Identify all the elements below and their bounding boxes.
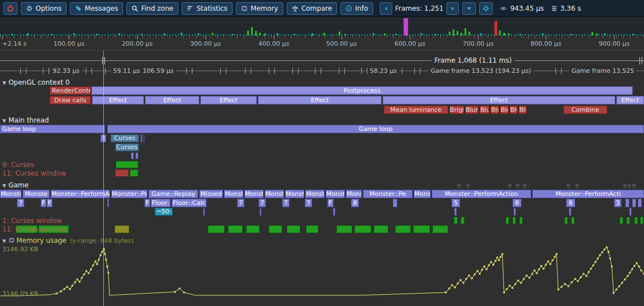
zone-bar[interactable] bbox=[632, 199, 636, 207]
collapse-triangle-icon[interactable]: ▼ bbox=[2, 183, 6, 189]
zone-bar[interactable] bbox=[413, 225, 430, 233]
collapsed-zone-marker-icon[interactable]: ▽ bbox=[632, 183, 636, 189]
zone-bar[interactable] bbox=[461, 217, 465, 224]
collapsed-zone-marker-icon[interactable]: ▽ bbox=[567, 183, 570, 189]
zone-bar[interactable]: F bbox=[47, 199, 52, 207]
zone-bar[interactable] bbox=[393, 199, 397, 207]
section-header-game[interactable]: ▼Game bbox=[2, 181, 29, 189]
zone-bar[interactable]: Monste bbox=[0, 190, 21, 198]
zone-bar[interactable] bbox=[107, 199, 109, 207]
zone-bar[interactable] bbox=[143, 134, 144, 142]
zone-bar[interactable]: Monst bbox=[265, 190, 284, 198]
zone-bar[interactable] bbox=[625, 199, 629, 207]
collapsed-zone-marker-icon[interactable]: ▽ bbox=[516, 183, 519, 189]
zone-bar[interactable]: Game loop bbox=[0, 125, 105, 133]
collapsed-zone-marker-icon[interactable]: ▽ bbox=[466, 183, 470, 189]
collapsed-zone-marker-icon[interactable]: ▽ bbox=[457, 183, 461, 189]
info-button[interactable]: Info bbox=[340, 2, 373, 15]
zone-bar[interactable]: Monst bbox=[285, 190, 304, 198]
zone-bar[interactable] bbox=[374, 225, 388, 233]
zone-bar[interactable]: ~50· bbox=[155, 208, 173, 216]
zone-bar[interactable] bbox=[432, 225, 448, 233]
zone-bar[interactable]: Monster::Pe bbox=[363, 190, 413, 198]
zone-bar[interactable]: Blur bbox=[500, 106, 509, 114]
zone-bar[interactable] bbox=[454, 217, 458, 224]
thread-label[interactable]: 9: Curses bbox=[2, 161, 34, 169]
zone-bar[interactable] bbox=[629, 208, 632, 216]
thread-label[interactable]: 1: Curses window bbox=[2, 217, 62, 225]
zone-bar[interactable]: Blur bbox=[510, 106, 518, 114]
zone-bar[interactable]: 8 bbox=[566, 199, 575, 207]
zone-bar[interactable]: Curses bbox=[111, 134, 139, 142]
zone-bar[interactable]: Floor::Calc bbox=[172, 199, 207, 207]
zone-bar[interactable] bbox=[287, 225, 300, 233]
zone-bar[interactable]: F bbox=[144, 199, 150, 207]
zone-bar[interactable]: Effect bbox=[616, 96, 644, 104]
zone-bar[interactable]: Postprocess bbox=[91, 86, 633, 95]
zone-bar[interactable]: Monste bbox=[326, 190, 345, 198]
prev-frame-button[interactable] bbox=[380, 2, 392, 15]
zone-bar[interactable]: 8 bbox=[512, 199, 522, 207]
zone-bar[interactable] bbox=[269, 225, 282, 233]
zone-bar[interactable] bbox=[116, 161, 138, 168]
zone-bar[interactable]: Monster::PerformA bbox=[51, 190, 110, 198]
next-frame-button[interactable] bbox=[446, 2, 459, 15]
zone-bar[interactable] bbox=[454, 208, 457, 216]
collapsed-zone-marker-icon[interactable]: ▽ bbox=[623, 183, 627, 189]
statistics-button[interactable]: Statistics bbox=[182, 2, 233, 15]
zone-bar[interactable]: Effect bbox=[92, 96, 144, 104]
zone-bar[interactable] bbox=[141, 134, 142, 142]
zone-bar[interactable] bbox=[640, 217, 643, 224]
compare-button[interactable]: Compare bbox=[287, 2, 337, 15]
zone-bar[interactable] bbox=[115, 225, 129, 233]
zone-bar[interactable]: 7 bbox=[305, 199, 312, 207]
zone-bar[interactable]: Effect bbox=[383, 96, 615, 104]
zone-bar[interactable]: Monster::PerformActi bbox=[532, 190, 644, 198]
zone-bar[interactable] bbox=[506, 217, 509, 224]
zone-bar[interactable]: Combine bbox=[563, 106, 607, 114]
collapse-triangle-icon[interactable]: ▼ bbox=[2, 80, 6, 86]
zone-bar[interactable] bbox=[564, 217, 568, 224]
collapse-triangle-icon[interactable]: ▼ bbox=[2, 118, 6, 124]
zone-bar[interactable] bbox=[395, 225, 411, 233]
section-header-main-thread[interactable]: ▼Main thread bbox=[2, 116, 49, 124]
collapsed-zone-marker-icon[interactable]: ▽ bbox=[523, 183, 526, 189]
zone-bar[interactable]: Monst bbox=[224, 190, 243, 198]
zone-bar[interactable]: Blur bbox=[519, 106, 527, 114]
zone-bar[interactable]: Blur bbox=[480, 106, 489, 114]
zone-bar[interactable] bbox=[638, 199, 642, 207]
zone-bar[interactable] bbox=[634, 217, 638, 224]
zone-bar[interactable]: Game::Replay bbox=[148, 190, 198, 198]
zone-bar[interactable] bbox=[571, 217, 575, 224]
zone-bar[interactable] bbox=[203, 208, 205, 216]
zone-bar[interactable]: Monster::PerformAction bbox=[432, 190, 531, 198]
thread-label[interactable]: 11: Curses window bbox=[2, 225, 66, 233]
zone-bar[interactable] bbox=[130, 169, 138, 177]
collapse-triangle-icon[interactable]: ▼ bbox=[2, 238, 6, 244]
zone-bar[interactable]: Draw calls bbox=[50, 96, 91, 104]
zone-bar[interactable] bbox=[135, 152, 138, 159]
zone-bar[interactable]: Mons bbox=[414, 190, 431, 198]
zone-bar[interactable] bbox=[131, 152, 134, 159]
zone-bar[interactable] bbox=[519, 217, 523, 224]
zone-bar[interactable] bbox=[333, 208, 335, 216]
zone-bar[interactable]: 7 bbox=[282, 199, 290, 207]
zone-bar[interactable]: 5 bbox=[452, 199, 460, 207]
zone-bar[interactable]: 7 bbox=[17, 199, 24, 207]
power-button[interactable] bbox=[3, 2, 17, 15]
zone-bar[interactable]: Effect bbox=[258, 96, 382, 104]
zoom-to-frame-button[interactable] bbox=[462, 2, 476, 15]
focus-crosshair-button[interactable] bbox=[479, 2, 493, 15]
section-header-memory[interactable]: ▼Memory usage(y-range: 848 bytes) bbox=[2, 237, 134, 244]
zone-bar[interactable]: Blur bbox=[465, 106, 479, 114]
zone-bar[interactable]: Monste bbox=[23, 190, 50, 198]
zone-bar[interactable]: Floor: bbox=[151, 199, 170, 207]
find-zone-button[interactable]: Find zone bbox=[126, 2, 178, 15]
zone-bar[interactable]: Mons bbox=[346, 190, 362, 198]
zone-bar[interactable] bbox=[354, 225, 371, 233]
zone-bar[interactable]: F bbox=[41, 199, 46, 207]
zone-bar[interactable] bbox=[569, 208, 571, 216]
collapsed-zone-marker-icon[interactable]: ▽ bbox=[508, 183, 511, 189]
zone-bar[interactable]: F bbox=[327, 199, 334, 207]
zone-bar[interactable] bbox=[115, 169, 129, 177]
